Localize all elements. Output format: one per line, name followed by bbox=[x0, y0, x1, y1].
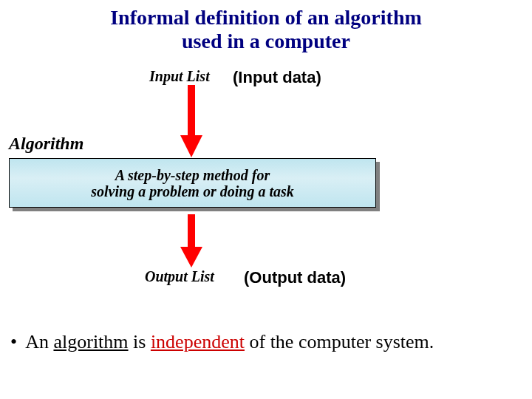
bullet-word-independent: independent bbox=[151, 331, 245, 352]
svg-rect-2 bbox=[188, 214, 195, 247]
title-line-1: Informal definition of an algorithm bbox=[110, 6, 422, 29]
title-line-2: used in a computer bbox=[182, 30, 350, 52]
bullet-mid: is bbox=[129, 331, 151, 352]
arrow-down-icon bbox=[180, 85, 202, 157]
input-list-label: Input List bbox=[149, 68, 210, 85]
algorithm-box-face: A step-by-step method for solving a prob… bbox=[9, 158, 376, 208]
bullet-pre: An bbox=[21, 331, 53, 352]
bullet-post: of the computer system. bbox=[245, 331, 434, 352]
arrow-down-icon bbox=[180, 214, 202, 267]
bullet-dot: • bbox=[10, 331, 17, 352]
output-list-label: Output List bbox=[145, 268, 214, 285]
svg-marker-3 bbox=[180, 247, 202, 267]
bullet-statement: • An algorithm is independent of the com… bbox=[10, 331, 522, 353]
algorithm-box: A step-by-step method for solving a prob… bbox=[9, 158, 380, 211]
algorithm-label: Algorithm bbox=[9, 134, 83, 154]
svg-rect-0 bbox=[188, 85, 195, 135]
slide-title: Informal definition of an algorithm used… bbox=[0, 6, 532, 53]
bullet-word-algorithm: algorithm bbox=[53, 331, 128, 352]
output-data-annotation: (Output data) bbox=[244, 268, 346, 287]
svg-marker-1 bbox=[180, 135, 202, 157]
input-data-annotation: (Input data) bbox=[233, 68, 321, 87]
algorithm-box-text: A step-by-step method for solving a prob… bbox=[83, 167, 301, 200]
